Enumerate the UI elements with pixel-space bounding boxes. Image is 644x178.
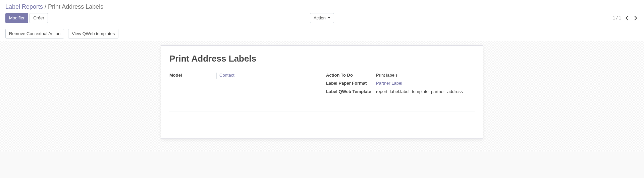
- field-value-label-paper-format: Partner Label: [373, 81, 475, 87]
- action-dropdown-label: Action: [314, 15, 326, 21]
- footer-space: [0, 152, 644, 178]
- sheet-divider: [169, 111, 475, 111]
- pager-next-button[interactable]: [633, 14, 639, 22]
- form-col-left: Model Contact: [169, 73, 326, 97]
- pager-text: 1 / 1: [613, 15, 621, 20]
- chevron-left-icon: [626, 16, 628, 20]
- field-value-label-qweb-template: report_label.label_template_partner_addr…: [373, 89, 475, 95]
- control-bar: Modifier Créer Action 1 / 1: [0, 11, 644, 26]
- pager: 1 / 1: [613, 14, 639, 22]
- field-label-model: Model: [169, 73, 216, 79]
- chevron-right-icon: [634, 16, 637, 20]
- field-row-label-qweb-template: Label QWeb Template report_label.label_t…: [326, 89, 475, 95]
- field-row-action-to-do: Action To Do Print labels: [326, 73, 475, 79]
- label-paper-format-link[interactable]: Partner Label: [376, 81, 402, 86]
- breadcrumb-current: Print Address Labels: [48, 3, 103, 10]
- model-link[interactable]: Contact: [219, 73, 234, 78]
- sheet-title: Print Address Labels: [169, 54, 475, 64]
- field-row-label-paper-format: Label Paper Format Partner Label: [326, 81, 475, 87]
- creer-button[interactable]: Créer: [30, 13, 48, 23]
- field-label-label-qweb-template: Label QWeb Template: [326, 89, 373, 95]
- field-value-model: Contact: [216, 73, 318, 79]
- view-qweb-templates-button[interactable]: View QWeb templates: [68, 29, 118, 39]
- pager-prev-button[interactable]: [624, 14, 630, 22]
- action-dropdown-button[interactable]: Action: [310, 13, 334, 23]
- form-two-columns: Model Contact Action To Do Print labels …: [169, 73, 475, 97]
- remove-contextual-action-button[interactable]: Remove Contextual Action: [5, 29, 64, 39]
- form-col-right: Action To Do Print labels Label Paper Fo…: [326, 73, 475, 97]
- field-label-label-paper-format: Label Paper Format: [326, 81, 373, 87]
- action-button-row: Remove Contextual Action View QWeb templ…: [0, 26, 644, 41]
- field-label-action-to-do: Action To Do: [326, 73, 373, 79]
- form-canvas: Print Address Labels Model Contact Actio…: [0, 41, 644, 152]
- breadcrumb: Label Reports / Print Address Labels: [0, 0, 644, 11]
- breadcrumb-separator: /: [45, 3, 48, 10]
- field-row-model: Model Contact: [169, 73, 318, 79]
- caret-down-icon: [328, 17, 330, 19]
- modifier-button[interactable]: Modifier: [5, 13, 28, 23]
- breadcrumb-parent-link[interactable]: Label Reports: [5, 3, 43, 10]
- field-value-action-to-do: Print labels: [373, 73, 475, 79]
- form-sheet: Print Address Labels Model Contact Actio…: [161, 45, 483, 139]
